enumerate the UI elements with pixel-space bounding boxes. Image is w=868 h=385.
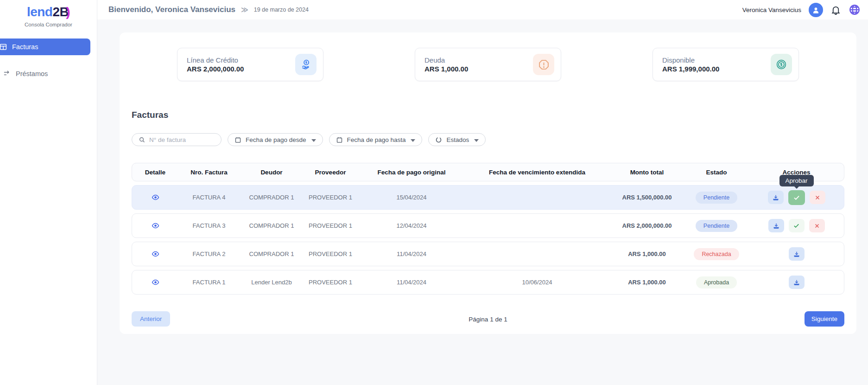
pagination: Anterior Página 1 de 1 Siguiente	[132, 311, 844, 327]
table-row: FACTURA 2COMPRADOR 1PROVEEDOR 111/04/202…	[132, 242, 844, 266]
view-invoice-detail-button[interactable]	[151, 277, 160, 287]
chevron-down-icon	[311, 136, 316, 143]
column-header: Fecha de vencimiento extendida	[466, 169, 608, 176]
filter-label: Estados	[446, 136, 469, 143]
table-body: FACTURA 4COMPRADOR 1PROVEEDOR 115/04/202…	[132, 185, 844, 295]
logo-accent: )	[66, 5, 70, 19]
top-header: Bienvenido, Veronica Vansevicius ≫ 19 de…	[97, 0, 868, 19]
filter-label: Fecha de pago hasta	[347, 136, 406, 143]
brand-logo: lend2B) Consola Comprador	[0, 0, 97, 27]
reject-invoice-button[interactable]	[810, 191, 825, 204]
card-value: ARS 1,000.00	[424, 65, 533, 73]
debtor: COMPRADOR 1	[240, 194, 304, 201]
invoice-number: FACTURA 4	[178, 194, 240, 201]
actions-cell	[748, 276, 845, 289]
content-panel: Línea de Crédito ARS 2,000,000.00 Deuda …	[120, 32, 856, 334]
calendar-icon	[336, 136, 343, 143]
view-invoice-detail-button[interactable]	[151, 221, 160, 231]
logo-text: lend2B)	[0, 5, 97, 19]
status-badge: Pendiente	[696, 220, 737, 232]
bell-icon[interactable]	[830, 5, 841, 15]
debtor: Lender Lend2b	[240, 279, 304, 286]
hand-coin-icon	[295, 54, 317, 75]
view-invoice-detail-button[interactable]	[151, 192, 160, 202]
alert-octagon-icon	[533, 54, 554, 75]
invoice-search	[132, 133, 222, 146]
sidebar-item-prestamos[interactable]: Préstamos	[0, 65, 97, 82]
invoice-number: FACTURA 2	[178, 250, 240, 257]
filter-row: Fecha de pago desde Fecha de pago hasta	[132, 133, 844, 146]
download-invoice-button[interactable]	[789, 247, 805, 261]
reject-invoice-button[interactable]	[809, 219, 825, 232]
total-amount: ARS 1,000.00	[608, 250, 685, 257]
filter-fecha-pago-hasta[interactable]: Fecha de pago hasta	[329, 133, 423, 146]
table-header-row: DetalleNro. FacturaDeudorProveedorFecha …	[132, 163, 844, 181]
search-icon	[139, 136, 146, 143]
header-date: 19 de marzo de 2024	[254, 6, 309, 13]
original-payment-date: 11/04/2024	[357, 279, 466, 286]
actions-cell	[748, 247, 845, 261]
welcome-title: Bienvenido, Veronica Vansevicius	[108, 5, 235, 14]
globe-icon[interactable]	[849, 4, 861, 16]
sidebar-item-label: Facturas	[12, 43, 38, 51]
provider: PROVEEDOR 1	[304, 279, 357, 286]
debt-card: Deuda ARS 1,000.00	[415, 48, 561, 81]
download-invoice-button[interactable]	[768, 219, 784, 232]
view-invoice-detail-button[interactable]	[151, 249, 160, 259]
status-badge: Pendiente	[696, 192, 737, 204]
table-row: FACTURA 1Lender Lend2bPROVEEDOR 111/04/2…	[132, 270, 844, 295]
sidebar: lend2B) Consola Comprador Facturas Prést…	[0, 0, 97, 385]
provider: PROVEEDOR 1	[304, 250, 357, 257]
available-card: Disponible ARS 1,999,000.00	[653, 48, 799, 81]
column-header: Estado	[685, 169, 748, 176]
total-amount: ARS 1,000.00	[608, 279, 685, 286]
column-header: Detalle	[132, 169, 178, 176]
sidebar-item-label: Préstamos	[16, 70, 48, 77]
sidebar-nav: Facturas Préstamos	[0, 38, 97, 82]
filter-fecha-pago-desde[interactable]: Fecha de pago desde	[228, 133, 323, 146]
column-header: Proveedor	[304, 169, 357, 176]
column-header: Deudor	[240, 169, 304, 176]
invoices-table: DetalleNro. FacturaDeudorProveedorFecha …	[132, 163, 844, 295]
approve-invoice-button[interactable]	[788, 190, 805, 205]
calendar-icon	[234, 136, 241, 143]
user-name: Veronica Vansevicius	[742, 6, 801, 13]
card-title: Deuda	[424, 56, 533, 64]
logo-subtitle: Consola Comprador	[0, 22, 97, 27]
next-page-button[interactable]: Siguiente	[805, 311, 844, 327]
provider: PROVEEDOR 1	[304, 194, 357, 201]
invoice-number: FACTURA 1	[178, 279, 240, 286]
sidebar-item-facturas[interactable]: Facturas	[0, 38, 90, 55]
search-input[interactable]	[149, 136, 231, 143]
column-header: Nro. Factura	[178, 169, 240, 176]
extended-due-date: 10/06/2024	[466, 279, 608, 286]
original-payment-date: 11/04/2024	[357, 250, 466, 257]
card-value: ARS 2,000,000.00	[187, 65, 295, 73]
column-header: Monto total	[608, 169, 685, 176]
original-payment-date: 12/04/2024	[357, 222, 466, 229]
previous-page-button[interactable]: Anterior	[132, 311, 170, 327]
filter-label: Fecha de pago desde	[246, 136, 306, 143]
card-title: Disponible	[662, 56, 771, 64]
chevron-down-icon	[411, 136, 415, 143]
chevron-down-icon	[474, 136, 479, 143]
invoice-number: FACTURA 3	[178, 222, 240, 229]
column-header: Fecha de pago original	[357, 169, 466, 176]
debtor: COMPRADOR 1	[240, 250, 304, 257]
filter-estados[interactable]: Estados	[428, 133, 486, 146]
main-content: Línea de Crédito ARS 2,000,000.00 Deuda …	[97, 19, 868, 385]
card-title: Línea de Crédito	[187, 56, 295, 64]
approve-invoice-button[interactable]	[789, 219, 805, 232]
status-badge: Aprobada	[696, 276, 737, 289]
chevron-double-right-icon: ≫	[241, 6, 248, 14]
user-avatar-icon[interactable]	[809, 3, 823, 17]
download-invoice-button[interactable]	[789, 276, 805, 289]
status-badge: Rechazada	[694, 248, 739, 260]
transfer-arrow-icon	[3, 70, 11, 78]
table-row: FACTURA 3COMPRADOR 1PROVEEDOR 112/04/202…	[132, 213, 844, 238]
download-invoice-button[interactable]	[768, 191, 784, 204]
credit-line-card: Línea de Crédito ARS 2,000,000.00	[177, 48, 323, 81]
invoices-section-title: Facturas	[132, 110, 856, 120]
total-amount: ARS 2,000,000.00	[608, 222, 685, 229]
summary-cards: Línea de Crédito ARS 2,000,000.00 Deuda …	[120, 32, 856, 81]
